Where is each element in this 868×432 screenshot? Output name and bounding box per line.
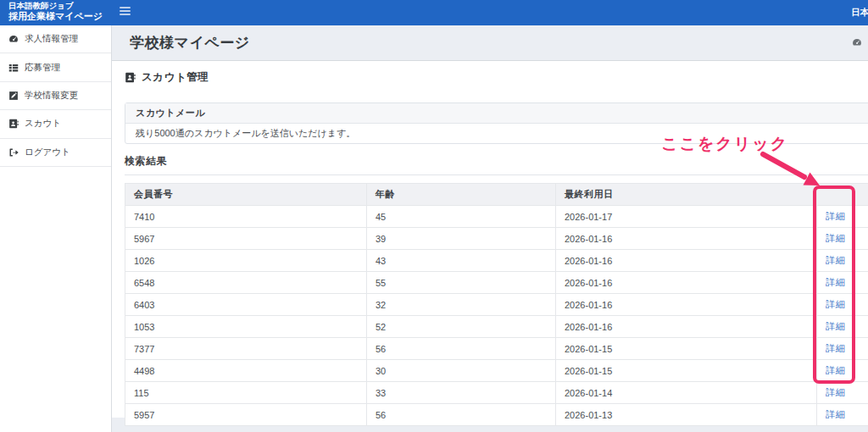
section-title: スカウト管理 xyxy=(142,70,209,85)
last-used-cell: 2026-01-16 xyxy=(556,272,817,294)
member-no-cell: 5967 xyxy=(125,228,367,250)
age-cell: 55 xyxy=(367,272,556,294)
detail-link[interactable]: 詳細 xyxy=(826,321,845,331)
section-header: スカウト管理 xyxy=(125,69,868,85)
address-book-icon xyxy=(8,119,19,129)
detail-cell: 詳細 xyxy=(817,206,868,228)
main-content: 学校様マイページ スカウト管理 スカウトメール 残り5000通のスカウトメールを… xyxy=(112,25,868,432)
hamburger-icon[interactable] xyxy=(120,7,131,18)
topbar-site-link[interactable]: 日本語教師ジョブ xyxy=(851,7,868,19)
age-cell: 30 xyxy=(367,360,556,382)
member-no-cell: 115 xyxy=(125,382,367,404)
pen-square-icon xyxy=(8,91,19,101)
last-used-cell: 2026-01-15 xyxy=(556,338,817,360)
last-used-cell: 2026-01-14 xyxy=(556,382,817,404)
detail-link[interactable]: 詳細 xyxy=(826,255,845,265)
scout-mail-card-header: スカウトメール xyxy=(125,103,868,124)
detail-cell: 詳細 xyxy=(817,250,868,272)
sidebar-item-job-management[interactable]: 求人情報管理 xyxy=(0,25,111,53)
sidebar-item-school-info-edit[interactable]: 学校情報変更 xyxy=(0,82,111,110)
sidebar-item-label: 求人情報管理 xyxy=(25,33,78,45)
sidebar-item-logout[interactable]: ログアウト xyxy=(0,139,111,167)
sidebar-item-label: 応募管理 xyxy=(25,62,60,74)
member-no-cell: 7377 xyxy=(125,338,367,360)
table-row: 4498302026-01-15詳細 xyxy=(125,360,868,382)
age-cell: 56 xyxy=(367,404,556,426)
table-row: 7410452026-01-17詳細 xyxy=(125,206,868,228)
brand-line2: 採用企業様マイページ xyxy=(8,11,103,22)
age-cell: 32 xyxy=(367,294,556,316)
detail-cell: 詳細 xyxy=(817,338,868,360)
member-no-cell: 5957 xyxy=(125,404,367,426)
age-cell: 33 xyxy=(367,382,556,404)
last-used-cell: 2026-01-16 xyxy=(556,316,817,338)
detail-link[interactable]: 詳細 xyxy=(826,387,845,397)
table-row: 6548552026-01-16詳細 xyxy=(125,272,868,294)
brand[interactable]: 日本語教師ジョブ 採用企業様マイページ xyxy=(8,2,103,22)
table-row: 1026432026-01-16詳細 xyxy=(125,250,868,272)
table-row: 6403322026-01-16詳細 xyxy=(125,294,868,316)
sidebar-item-label: 学校情報変更 xyxy=(25,90,78,102)
member-no-cell: 1026 xyxy=(125,250,367,272)
tachometer-icon[interactable] xyxy=(852,37,862,47)
age-cell: 45 xyxy=(367,206,556,228)
age-cell: 39 xyxy=(367,228,556,250)
sidebar-item-label: ログアウト xyxy=(25,147,70,158)
page-title: 学校様マイページ xyxy=(130,33,250,53)
table-row: 7377562026-01-15詳細 xyxy=(125,338,868,360)
detail-link[interactable]: 詳細 xyxy=(826,211,845,221)
sidebar-item-scout[interactable]: スカウト xyxy=(0,110,111,138)
member-no-cell: 7410 xyxy=(125,206,367,228)
age-cell: 43 xyxy=(367,250,556,272)
sign-out-icon xyxy=(8,147,19,158)
search-results-table: 会員番号 年齢 最終利用日 7410452026-01-17詳細59673920… xyxy=(125,183,868,426)
table-row: 5957562026-01-13詳細 xyxy=(125,404,868,426)
age-cell: 56 xyxy=(367,338,556,360)
column-header-age: 年齢 xyxy=(367,184,556,206)
last-used-cell: 2026-01-17 xyxy=(556,206,817,228)
sidebar-item-label: スカウト xyxy=(25,118,61,130)
annotation-arrow-icon xyxy=(750,146,831,197)
detail-cell: 詳細 xyxy=(817,294,868,316)
table-row: 5967392026-01-16詳細 xyxy=(125,228,868,250)
scout-management-section: スカウト管理 スカウトメール 残り5000通のスカウトメールを送信いただけます。… xyxy=(112,61,868,418)
age-cell: 52 xyxy=(367,316,556,338)
detail-link[interactable]: 詳細 xyxy=(826,277,845,287)
address-book-icon xyxy=(125,72,136,83)
detail-link[interactable]: 詳細 xyxy=(826,409,845,419)
detail-link[interactable]: 詳細 xyxy=(826,343,845,353)
member-no-cell: 6548 xyxy=(125,272,367,294)
sidebar: 求人情報管理 応募管理 学校情報変更 スカウト ログアウト xyxy=(0,25,112,432)
detail-cell: 詳細 xyxy=(817,316,868,338)
detail-cell: 詳細 xyxy=(817,404,868,426)
last-used-cell: 2026-01-16 xyxy=(556,228,817,250)
member-no-cell: 1053 xyxy=(125,316,367,338)
brand-line1: 日本語教師ジョブ xyxy=(8,2,103,11)
member-no-cell: 6403 xyxy=(125,294,367,316)
detail-cell: 詳細 xyxy=(817,382,868,404)
detail-link[interactable]: 詳細 xyxy=(826,299,845,309)
detail-cell: 詳細 xyxy=(817,228,868,250)
table-row: 1053522026-01-16詳細 xyxy=(125,316,868,338)
last-used-cell: 2026-01-13 xyxy=(556,404,817,426)
table-row: 115332026-01-14詳細 xyxy=(125,382,868,404)
detail-link[interactable]: 詳細 xyxy=(826,233,845,243)
detail-cell: 詳細 xyxy=(817,360,868,382)
last-used-cell: 2026-01-15 xyxy=(556,360,817,382)
last-used-cell: 2026-01-16 xyxy=(556,294,817,316)
detail-cell: 詳細 xyxy=(817,272,868,294)
sidebar-item-application-management[interactable]: 応募管理 xyxy=(0,53,111,81)
topbar: 日本語教師ジョブ 採用企業様マイページ 日本語教師ジョブ xyxy=(0,0,868,25)
tachometer-icon xyxy=(8,34,19,44)
detail-link[interactable]: 詳細 xyxy=(826,365,845,375)
last-used-cell: 2026-01-16 xyxy=(556,250,817,272)
member-no-cell: 4498 xyxy=(125,360,367,382)
page-header: 学校様マイページ xyxy=(112,25,868,61)
list-icon xyxy=(8,63,19,73)
column-header-member-no: 会員番号 xyxy=(125,184,367,206)
